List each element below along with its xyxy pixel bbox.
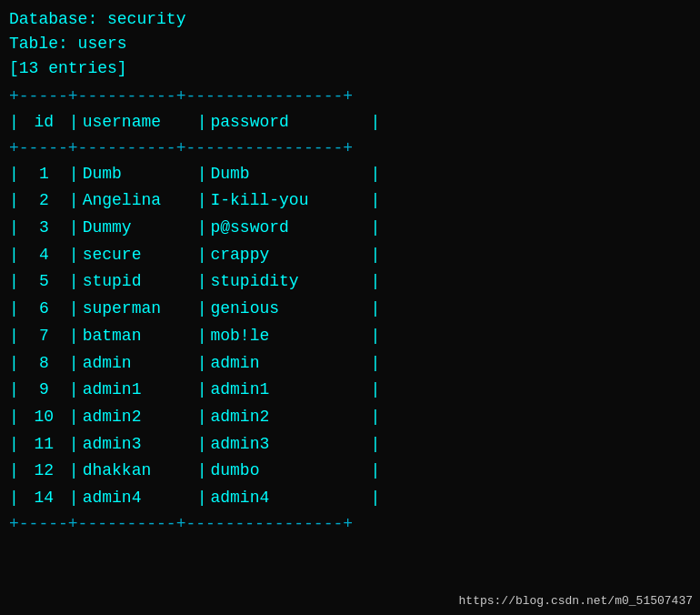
border-left: | [9, 323, 19, 350]
border-right: | [370, 404, 380, 431]
table-row: | 8 | admin | admin | [9, 350, 691, 378]
cell-id: 1 [19, 161, 69, 188]
cell-password: admin4 [206, 485, 370, 512]
cell-id: 12 [19, 458, 69, 485]
cell-id: 10 [19, 404, 69, 431]
table-rows-container: | 1 | Dumb | Dumb | | 2 | Angelina | I-k… [9, 161, 691, 512]
border-mid2: | [197, 187, 207, 215]
table-row: | 9 | admin1 | admin1 | [9, 377, 691, 404]
cell-username: dhakkan [79, 458, 197, 485]
border-mid1: | [69, 187, 79, 215]
cell-username: admin1 [79, 377, 197, 404]
table-row: | 3 | Dummy | p@ssword | [9, 215, 691, 242]
border-right: | [370, 377, 380, 404]
border-mid1: | [69, 377, 79, 404]
border-mid1: | [69, 109, 79, 136]
cell-id: 4 [19, 242, 69, 269]
border-left: | [9, 187, 19, 215]
cell-id: 7 [19, 323, 69, 350]
cell-password: I-kill-you [206, 187, 370, 215]
border-mid1: | [69, 458, 79, 485]
cell-password: mob!le [206, 323, 370, 350]
cell-username: Dummy [79, 215, 197, 242]
border-left: | [9, 268, 19, 296]
border-right: | [370, 215, 380, 242]
cell-password: crappy [206, 242, 370, 269]
cell-id: 2 [19, 187, 69, 215]
cell-username: stupid [79, 268, 197, 296]
divider-top: +-----+----------+----------------+ [9, 85, 691, 109]
border-mid2: | [197, 109, 207, 136]
border-left: | [9, 161, 19, 188]
border-mid2: | [197, 458, 207, 485]
border-right: | [370, 323, 380, 350]
table-row: | 14 | admin4 | admin4 | [9, 485, 691, 512]
border-mid1: | [69, 323, 79, 350]
cell-username: superman [79, 296, 197, 323]
cell-password: stupidity [206, 268, 370, 296]
border-right: | [370, 268, 380, 296]
border-left: | [9, 377, 19, 404]
cell-password: p@ssword [206, 215, 370, 242]
border-mid2: | [197, 323, 207, 350]
border-mid2: | [197, 268, 207, 296]
cell-password: admin3 [206, 431, 370, 459]
cell-password: Dumb [206, 161, 370, 188]
border-mid1: | [69, 268, 79, 296]
border-right: | [370, 296, 380, 323]
border-right: | [370, 485, 380, 512]
border-mid2: | [197, 404, 207, 431]
cell-password: admin1 [206, 377, 370, 404]
border-left: | [9, 350, 19, 378]
entries-label: [13 entries] [9, 56, 691, 81]
border-mid1: | [69, 404, 79, 431]
col-header-username: username [79, 109, 197, 136]
border-mid2: | [197, 215, 207, 242]
col-header-id: id [19, 109, 69, 136]
table-row: | 2 | Angelina | I-kill-you | [9, 187, 691, 215]
cell-username: Dumb [79, 161, 197, 188]
border-mid1: | [69, 161, 79, 188]
cell-id: 3 [19, 215, 69, 242]
cell-username: Angelina [79, 187, 197, 215]
divider-mid: +-----+----------+----------------+ [9, 136, 691, 161]
cell-password: genious [206, 296, 370, 323]
cell-id: 11 [19, 431, 69, 459]
cell-id: 6 [19, 296, 69, 323]
border-mid1: | [69, 242, 79, 269]
cell-id: 5 [19, 268, 69, 296]
divider-bot: +-----+----------+----------------+ [9, 512, 691, 537]
border-left: | [9, 485, 19, 512]
border-left: | [9, 296, 19, 323]
border-right: | [370, 431, 380, 459]
table-header-row: | id | username | password | [9, 109, 691, 136]
border-left: | [9, 458, 19, 485]
border-right: | [370, 458, 380, 485]
cell-username: admin [79, 350, 197, 378]
border-mid2: | [197, 377, 207, 404]
border-mid2: | [197, 242, 207, 269]
table-row: | 10 | admin2 | admin2 | [9, 404, 691, 431]
border-left: | [9, 242, 19, 269]
cell-password: admin [206, 350, 370, 378]
border-mid1: | [69, 296, 79, 323]
cell-password: admin2 [206, 404, 370, 431]
header-section: Database: security Table: users [13 entr… [9, 7, 691, 81]
cell-username: admin3 [79, 431, 197, 459]
border-mid2: | [197, 350, 207, 378]
cell-id: 14 [19, 485, 69, 512]
cell-username: batman [79, 323, 197, 350]
border-right: | [370, 109, 380, 136]
border-mid2: | [197, 431, 207, 459]
border-right: | [370, 161, 380, 188]
border-left: | [9, 404, 19, 431]
border-right: | [370, 187, 380, 215]
cell-password: dumbo [206, 458, 370, 485]
border-mid1: | [69, 431, 79, 459]
table-row: | 1 | Dumb | Dumb | [9, 161, 691, 188]
table-container: +-----+----------+----------------+ | id… [9, 85, 691, 537]
border-mid1: | [69, 215, 79, 242]
table-row: | 7 | batman | mob!le | [9, 323, 691, 350]
cell-id: 9 [19, 377, 69, 404]
border-left: | [9, 215, 19, 242]
